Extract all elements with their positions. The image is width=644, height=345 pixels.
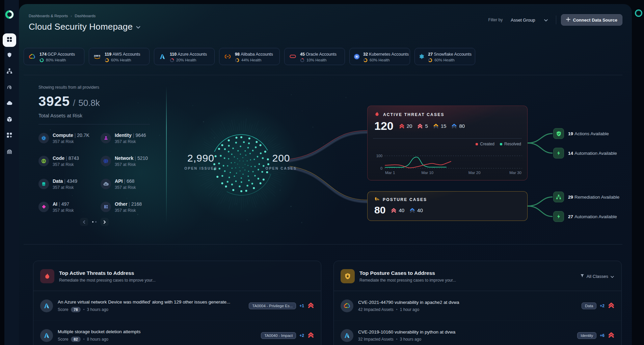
category-tag[interactable]: TA0004 - Privilege Es... (249, 303, 296, 309)
chart-legend: CreatedResolved (476, 142, 521, 146)
account-avatar[interactable] (635, 9, 642, 17)
provider-account-card-snowflake[interactable]: 27Snowflake Accounts 60% Health (414, 48, 475, 65)
sidebar-item-dashboards[interactable] (3, 33, 16, 47)
action-node-automation-available[interactable]: 14Automation Available (553, 147, 617, 159)
orca-logo[interactable] (4, 9, 15, 20)
dropdown-chevron-down-icon (544, 18, 548, 23)
asset-category-ai[interactable]: AI|497 357 at Risk (38, 199, 101, 214)
sidebar-item-integrations[interactable] (3, 129, 16, 143)
posture-row[interactable]: CVE-2019-10160 vulnerability in python a… (334, 321, 621, 345)
cloud-icon (6, 100, 13, 108)
risk-flow-visualization: Showing results from all providers 3925 … (19, 75, 632, 244)
action-node-remediation-available[interactable]: 29Remediation Available (553, 191, 619, 203)
asset-category-identity[interactable]: Identity|9646 357 at Risk (101, 131, 167, 145)
top-posture-cases-panel: Top Posture Cases to Address Remediate t… (333, 261, 622, 345)
bolt-icon (553, 148, 564, 159)
asset-category-data[interactable]: Data|4349 357 at Risk (38, 176, 101, 191)
threat-row[interactable]: Multiple storage bucket deletion attempt… (33, 321, 321, 345)
more-tags-count[interactable]: +6 (600, 333, 605, 338)
svg-text:Mar 30: Mar 30 (509, 171, 521, 175)
critical-severity-icon (608, 332, 615, 340)
at-risk-count: 357 at Risk (115, 139, 146, 144)
pager-dot[interactable] (95, 221, 97, 223)
sidebar-item-marketplace[interactable] (3, 145, 16, 159)
asset-category-api[interactable]: API API|668 357 at Risk (101, 176, 167, 191)
category-tag[interactable]: TA0040 - Impact (261, 332, 296, 339)
severity-count: 5 (417, 123, 428, 129)
assets-at-risk-caption: Total Assets at Risk (38, 113, 82, 118)
chevron-down-icon (611, 274, 614, 279)
flame-icon (40, 269, 54, 283)
at-risk-count: 357 at Risk (53, 139, 89, 144)
more-tags-count[interactable]: +1 (299, 304, 304, 308)
active-threat-cases-card[interactable]: ACTIVE THREAT CASES 120 2051580 CreatedR… (367, 106, 528, 180)
asset-group-value: Asset Group (511, 18, 535, 23)
stat-divider (38, 124, 150, 124)
threat-card-title: ACTIVE THREAT CASES (383, 112, 445, 117)
asset-category-compute[interactable]: Compute|20.7K 357 at Risk (38, 131, 101, 145)
provider-account-card-oracle[interactable]: 45Oracle Accounts 10% Health (284, 48, 345, 65)
pager-dot[interactable] (92, 221, 93, 223)
at-risk-count: 357 at Risk (53, 162, 79, 167)
fingerprint-icon (6, 84, 13, 92)
svg-text:Mar 10: Mar 10 (421, 171, 433, 175)
asset-category-network[interactable]: Network|5210 357 at Risk (101, 153, 167, 168)
sidebar-item-workflows[interactable] (3, 65, 16, 79)
severity-count: 40 (391, 207, 404, 213)
at-risk-count: 357 at Risk (115, 162, 148, 167)
provider-account-card-alibaba[interactable]: 98Alibaba Accounts 44% Health (219, 48, 280, 65)
category-tag[interactable]: Data (582, 303, 596, 309)
severity-count: 40 (409, 207, 423, 213)
provider-account-card-aws[interactable]: aws 119AWS Accounts 60% Health (89, 48, 150, 65)
open-issues-stat: 2,990 OPEN ISSUES (179, 152, 223, 170)
case-meta: 42 Impacted Assets1 hour ago (358, 307, 577, 312)
sidebar-item-identity[interactable] (3, 81, 16, 95)
topbar-divider (556, 16, 556, 24)
category-tag[interactable]: Identity (577, 332, 596, 339)
case-title: CVE-2019-10160 vulnerability in python a… (358, 329, 572, 335)
case-title: An Azure virtual network Device was modi… (58, 299, 244, 305)
case-meta: 32 Impacted Assets3 hours ago (358, 337, 572, 342)
title-chevron-down-icon[interactable] (136, 24, 140, 30)
sidebar-item-cloud[interactable] (3, 97, 16, 111)
action-node-automation-available[interactable]: 27Automation Available (553, 211, 617, 222)
svg-text:0: 0 (380, 166, 382, 170)
asset-category-code[interactable]: Code|8743 357 at Risk (38, 153, 101, 168)
critical-severity-icon (307, 332, 314, 340)
asset-group-dropdown[interactable]: Asset Group (507, 16, 551, 25)
sidebar-item-inventory[interactable] (3, 113, 16, 127)
pager-next-button[interactable] (101, 218, 109, 226)
provider-account-card-kubernetes[interactable]: 32Kubernetes Accounts 60% Health (349, 48, 410, 65)
breadcrumb: Dashboards & Reports › Dashboards (29, 14, 96, 18)
health-indicator: 20% Health (170, 58, 207, 62)
action-node-actions-available[interactable]: 19Actions Available (553, 128, 609, 139)
more-tags-count[interactable]: +2 (600, 304, 605, 308)
threat-row[interactable]: An Azure virtual network Device was modi… (33, 291, 321, 321)
sidebar-item-security[interactable] (3, 49, 16, 63)
at-risk-count: 357 at Risk (53, 208, 74, 213)
asset-category-other[interactable]: Other|2168 357 at Risk (101, 199, 167, 214)
health-indicator: 10% Health (300, 58, 337, 62)
all-classes-filter[interactable]: All Classes (580, 274, 614, 279)
breadcrumb-dashboards[interactable]: Dashboards (75, 14, 96, 18)
category-pager (38, 218, 150, 226)
integrations-icon (6, 132, 13, 140)
compute-icon (38, 133, 49, 143)
breadcrumb-dashboards-reports[interactable]: Dashboards & Reports (29, 14, 68, 18)
breadcrumb-separator: › (71, 14, 72, 18)
sidebar (0, 0, 19, 345)
pager-prev-button[interactable] (80, 218, 88, 226)
flame-icon (374, 111, 380, 118)
card-divider (373, 138, 522, 139)
posture-cases-card[interactable]: POSTURE CASES 80 4040 (367, 191, 528, 221)
provider-account-card-gcp[interactable]: 174GCP Accounts 80% Health (24, 48, 84, 65)
api-icon: API (101, 179, 111, 189)
legend-item-created: Created (476, 142, 494, 146)
svg-text:API: API (105, 184, 107, 185)
posture-row[interactable]: CVE-2021-44790 vulnerability in apache2 … (334, 291, 621, 321)
connect-data-source-button[interactable]: Connect Data Source (561, 14, 622, 26)
dashboards-icon (6, 36, 13, 44)
critical-severity-icon (608, 302, 615, 310)
more-tags-count[interactable]: +2 (299, 333, 304, 338)
provider-account-card-azure[interactable]: 110Azure Accounts 20% Health (154, 48, 215, 65)
